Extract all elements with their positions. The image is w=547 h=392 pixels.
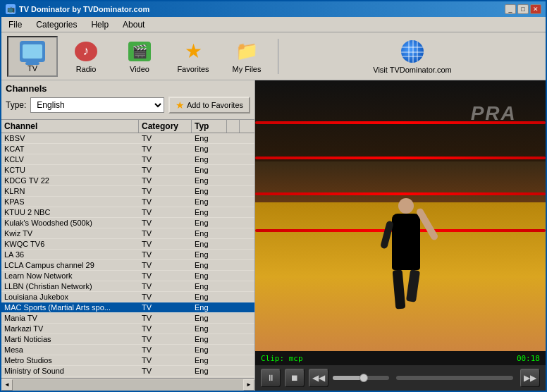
channel-type: Eng [192, 133, 227, 143]
progress-bar[interactable] [396, 376, 513, 380]
scroll-track[interactable] [13, 379, 243, 391]
channel-category: TV [139, 239, 192, 249]
channel-name: MAC Sports (Martial Arts spo... [1, 302, 139, 312]
channel-type: Eng [192, 345, 227, 355]
channel-name: Kulak's Woodshed (500k) [1, 218, 139, 228]
channel-name: KWQC TV6 [1, 239, 139, 249]
table-row[interactable]: Mania TVTVEng [1, 313, 254, 324]
table-row[interactable]: KBSVTVEng [1, 133, 254, 144]
rewind-button[interactable]: ◀◀ [309, 369, 328, 387]
table-row[interactable]: Markazi TVTVEng [1, 324, 254, 334]
video-frame: PRA [255, 80, 546, 351]
toolbar-video-button[interactable]: 🎬 Video [114, 36, 165, 77]
menu-file[interactable]: File [4, 19, 26, 30]
table-row[interactable]: MAC Sports (Martial Arts spo...TVEng [1, 302, 254, 313]
menu-categories[interactable]: Categories [32, 19, 81, 30]
table-row[interactable]: Kulak's Woodshed (500k)TVEng [1, 218, 254, 228]
scroll-left-button[interactable]: ◄ [1, 379, 13, 391]
toolbar: TV Radio 🎬 Video ★ Favorites 📁 My Files [1, 32, 546, 80]
table-row[interactable]: KWQC TV6TVEng [1, 239, 254, 250]
volume-thumb[interactable] [359, 374, 368, 382]
toolbar-tv-label: TV [27, 64, 37, 73]
table-row[interactable]: LA 36TVEng [1, 250, 254, 260]
main-window: 📺 TV Dominator by TVDominator.com _ □ ✕ … [0, 0, 547, 392]
stop-icon: ⏹ [290, 373, 299, 383]
channel-type: Eng [192, 228, 227, 238]
forward-button[interactable]: ▶▶ [520, 369, 540, 387]
table-row[interactable]: LLBN (Christian Network)TVEng [1, 281, 254, 292]
myfiles-icon: 📁 [234, 39, 259, 63]
channel-category: TV [139, 154, 192, 164]
maximize-button[interactable]: □ [517, 4, 529, 14]
channel-type: Eng [192, 366, 227, 376]
channel-name: KPAS [1, 197, 139, 207]
title-controls: _ □ ✕ [505, 4, 541, 14]
toolbar-radio-button[interactable]: Radio [61, 36, 111, 77]
channel-category: TV [139, 355, 192, 365]
channel-type: Eng [192, 334, 227, 344]
toolbar-tv-button[interactable]: TV [7, 36, 58, 77]
table-row[interactable]: KPASTVEng [1, 197, 254, 207]
channel-type: Eng [192, 207, 227, 217]
channel-name: Kwiz TV [1, 228, 139, 238]
table-row[interactable]: KCTUTVEng [1, 165, 254, 176]
channel-category: TV [139, 281, 192, 291]
channel-type: Eng [192, 281, 227, 291]
channel-type: Eng [192, 292, 227, 302]
channel-category: TV [139, 313, 192, 323]
table-row[interactable]: Ministry of SoundTVEng [1, 366, 254, 376]
channel-type: Eng [192, 313, 227, 323]
header-type[interactable]: Typ [192, 120, 227, 133]
minimize-button[interactable]: _ [505, 4, 516, 14]
channel-type: Eng [192, 324, 227, 333]
table-row[interactable]: Louisiana JukeboxTVEng [1, 292, 254, 302]
table-row[interactable]: MesaTVEng [1, 345, 254, 355]
scroll-right-button[interactable]: ► [243, 379, 254, 391]
rope-2 [255, 157, 546, 159]
stop-button[interactable]: ⏹ [285, 369, 305, 387]
toolbar-video-label: Video [130, 65, 149, 73]
radio-icon [73, 39, 99, 63]
toolbar-favorites-button[interactable]: ★ Favorites [168, 36, 219, 77]
channel-category: TV [139, 302, 192, 312]
table-row[interactable]: KDCG TV 22TVEng [1, 176, 254, 186]
table-row[interactable]: KTUU 2 NBCTVEng [1, 207, 254, 218]
table-row[interactable]: KLRNTVEng [1, 186, 254, 197]
volume-slider[interactable] [333, 376, 389, 380]
toolbar-myfiles-button[interactable]: 📁 My Files [221, 36, 272, 77]
type-select[interactable]: English Spanish French German Chinese Ar… [30, 97, 164, 113]
add-favorites-button[interactable]: ★ Add to Favorites [168, 97, 250, 114]
table-row[interactable]: KCATTVEng [1, 144, 254, 154]
channel-type: Eng [192, 271, 227, 281]
header-channel[interactable]: Channel [1, 120, 139, 133]
channel-category: TV [139, 144, 192, 154]
type-row: Type: English Spanish French German Chin… [6, 97, 250, 114]
add-fav-star-icon: ★ [176, 99, 185, 111]
table-row[interactable]: KCLVTVEng [1, 154, 254, 165]
tv-icon [20, 40, 45, 63]
channels-header: Channels Type: English Spanish French Ge… [1, 80, 254, 120]
pause-button[interactable]: ⏸ [261, 369, 281, 387]
channel-name: Metro Studios [1, 355, 139, 365]
title-bar: 📺 TV Dominator by TVDominator.com _ □ ✕ [1, 1, 546, 17]
channel-name: KCTU [1, 165, 139, 175]
close-button[interactable]: ✕ [530, 4, 541, 14]
table-row[interactable]: Metro StudiosTVEng [1, 355, 254, 366]
channel-category: TV [139, 250, 192, 259]
channel-category: TV [139, 334, 192, 344]
menu-help[interactable]: Help [87, 19, 113, 30]
window-title: TV Dominator by TVDominator.com [19, 5, 149, 13]
toolbar-visit-button[interactable]: Visit TVDominator.com [285, 36, 540, 77]
table-row[interactable]: Learn Now NetworkTVEng [1, 271, 254, 281]
menu-about[interactable]: About [118, 19, 149, 30]
clip-info-bar: Clip: mcp 00:18 [255, 351, 546, 365]
table-row[interactable]: Marti NoticiasTVEng [1, 334, 254, 345]
channel-category: TV [139, 324, 192, 333]
channel-name: Louisiana Jukebox [1, 292, 139, 302]
channel-category: TV [139, 207, 192, 217]
horizontal-scrollbar[interactable]: ◄ ► [1, 378, 254, 391]
table-row[interactable]: Kwiz TVTVEng [1, 228, 254, 239]
table-row[interactable]: LCLA Campus channel 29TVEng [1, 260, 254, 271]
channels-title: Channels [6, 83, 250, 94]
header-category[interactable]: Category [139, 120, 192, 133]
